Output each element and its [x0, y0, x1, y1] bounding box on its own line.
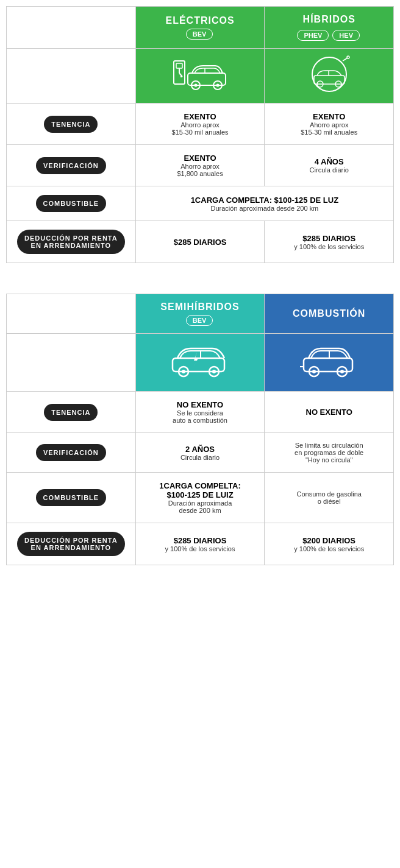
electricos-title: ELÉCTRICOS — [141, 15, 260, 26]
tenencia-hibrido-sub: Ahorro aprox$15-30 mil anuales — [271, 121, 387, 136]
tenencia-label-cell: TENENCIA — [7, 104, 136, 145]
table-row: COMBUSTIBLE 1CARGA COMPELTA:$100-125 DE … — [7, 473, 394, 523]
combustible-label-cell: COMBUSTIBLE — [7, 186, 136, 221]
combustible-sub: Duración aproximada desde 200 km — [142, 205, 387, 212]
t2-combustible-semi-cell: 1CARGA COMPELTA:$100-125 DE LUIZ Duració… — [135, 473, 265, 523]
t2-tenencia-semi-main: NO EXENTO — [142, 400, 259, 409]
table-row: DEDUCCIÓN POR RENTA EN ARRENDAMIENTO $28… — [7, 221, 394, 263]
t2-tenencia-label: TENENCIA — [44, 404, 98, 421]
header-electricos: ELÉCTRICOS BEV — [135, 7, 265, 49]
tenencia-electrico-sub: Ahorro aprox$15-30 mil anuales — [142, 121, 259, 136]
t2-combustible-comb-cell: Consumo de gasolinao diésel — [265, 473, 394, 523]
verificacion-hibrido-cell: 4 AÑOS Circula diario — [265, 145, 394, 186]
bev-badge: BEV — [186, 29, 213, 40]
deduccion-electrico-main: $285 DIARIOS — [142, 238, 259, 247]
t2-combustible-comb-sub: Consumo de gasolinao diésel — [271, 490, 387, 505]
svg-rect-12 — [314, 76, 345, 84]
combustible-data-cell: 1CARGA COMPELTA: $100-125 DE LUZ Duració… — [135, 186, 393, 221]
t2-tenencia-label-cell: TENENCIA — [7, 392, 136, 433]
deduccion-label-cell: DEDUCCIÓN POR RENTA EN ARRENDAMIENTO — [7, 221, 136, 263]
table-row: TENENCIA EXENTO Ahorro aprox$15-30 mil a… — [7, 104, 394, 145]
phev-badge: PHEV — [297, 30, 329, 41]
t2-deduccion-semi-cell: $285 DIARIOS y 100% de los servicios — [135, 523, 265, 565]
table-row: DEDUCCIÓN POR RENTA EN ARRENDAMIENTO $28… — [7, 523, 394, 565]
t2-tenencia-semi-cell: NO EXENTO Se le consideraauto a combusti… — [135, 392, 265, 433]
semihib-bev-badge: BEV — [186, 315, 213, 326]
svg-point-17 — [347, 56, 349, 58]
t2-verificacion-comb-cell: Se limita su circulaciónen programas de … — [265, 433, 394, 473]
t2-deduccion-label: DEDUCCIÓN POR RENTA EN ARRENDAMIENTO — [17, 532, 125, 556]
svg-point-7 — [195, 84, 198, 87]
tenencia-hibrido-main: EXENTO — [271, 112, 387, 121]
deduccion-label: DEDUCCIÓN POR RENTA EN ARRENDAMIENTO — [17, 230, 125, 254]
svg-rect-18 — [173, 358, 224, 372]
t2-combustible-label-cell: COMBUSTIBLE — [7, 473, 136, 523]
tenencia-hibrido-cell: EXENTO Ahorro aprox$15-30 mil anuales — [265, 104, 394, 145]
verificacion-electrico-cell: EXENTO Ahorro aprox$1,800 anuales — [135, 145, 265, 186]
svg-point-21 — [182, 370, 185, 373]
verificacion-hibrido-main: 4 AÑOS — [271, 157, 387, 166]
t2-verificacion-semi-cell: 2 AÑOS Circula diario — [135, 433, 265, 473]
t2-deduccion-comb-sub: y 100% de los servicios — [271, 545, 387, 552]
tenencia-electrico-cell: EXENTO Ahorro aprox$15-30 mil anuales — [135, 104, 265, 145]
t2-verificacion-semi-sub: Circula diario — [142, 454, 259, 461]
svg-point-23 — [212, 370, 216, 373]
t2-verificacion-comb-sub: Se limita su circulaciónen programas de … — [271, 442, 387, 464]
hibridos-car-icon — [265, 49, 394, 104]
deduccion-hibrido-cell: $285 DIARIOS y 100% de los servicios — [265, 221, 394, 263]
table-row: TENENCIA NO EXENTO Se le consideraauto a… — [7, 392, 394, 433]
table2: SEMIHÍBRIDOS BEV COMBUSTIÓN — [6, 294, 394, 565]
verificacion-hibrido-sub: Circula diario — [271, 166, 387, 174]
t2-verificacion-label: VERIFICACIÓN — [36, 444, 106, 461]
svg-line-16 — [343, 58, 348, 61]
combustible-label: COMBUSTIBLE — [36, 195, 107, 212]
t2-tenencia-semi-sub: Se le consideraauto a combustión — [142, 409, 259, 424]
svg-rect-24 — [304, 358, 352, 372]
combustion-title: COMBUSTIÓN — [270, 308, 388, 319]
semihibridos-car-icon — [135, 334, 265, 392]
table1: ELÉCTRICOS BEV HÍBRIDOS PHEV HEV — [6, 6, 394, 263]
hibridos-title: HÍBRIDOS — [270, 14, 388, 25]
t2-combustible-semi-sub: Duración aproximadadesde 200 km — [142, 499, 259, 514]
t2-deduccion-comb-cell: $200 DIARIOS y 100% de los servicios — [265, 523, 394, 565]
semihibridos-title: SEMIHÍBRIDOS — [141, 302, 260, 312]
combustible-main: 1CARGA COMPELTA: $100-125 DE LUZ — [142, 196, 387, 205]
combustion-car-icon — [265, 334, 394, 392]
svg-point-9 — [216, 84, 220, 87]
svg-rect-1 — [176, 63, 182, 68]
svg-point-29 — [340, 370, 344, 373]
deduccion-hibrido-main: $285 DIARIOS — [271, 234, 387, 243]
t2-tenencia-comb-main: NO EXENTO — [271, 408, 387, 417]
header-hibridos: HÍBRIDOS PHEV HEV — [265, 7, 394, 49]
t2-deduccion-semi-main: $285 DIARIOS — [142, 536, 259, 545]
table-row: VERIFICACIÓN 2 AÑOS Circula diario Se li… — [7, 433, 394, 473]
deduccion-electrico-cell: $285 DIARIOS — [135, 221, 265, 263]
verificacion-electrico-main: EXENTO — [142, 153, 259, 163]
t2-deduccion-semi-sub: y 100% de los servicios — [142, 545, 259, 552]
tenencia-label: TENENCIA — [44, 116, 98, 133]
t2-tenencia-comb-cell: NO EXENTO — [265, 392, 394, 433]
verificacion-label: VERIFICACIÓN — [36, 157, 106, 174]
deduccion-hibrido-sub: y 100% de los servicios — [271, 243, 387, 250]
table-row: VERIFICACIÓN EXENTO Ahorro aprox$1,800 a… — [7, 145, 394, 186]
electricos-car-icon — [135, 49, 265, 104]
header-semihibridos: SEMIHÍBRIDOS BEV — [135, 294, 265, 334]
svg-point-27 — [312, 370, 316, 373]
section-separator — [6, 281, 394, 294]
verificacion-label-cell: VERIFICACIÓN — [7, 145, 136, 186]
t2-combustible-semi-main: 1CARGA COMPELTA:$100-125 DE LUIZ — [142, 481, 259, 499]
table-row: COMBUSTIBLE 1CARGA COMPELTA: $100-125 DE… — [7, 186, 394, 221]
t2-deduccion-comb-main: $200 DIARIOS — [271, 536, 387, 545]
verificacion-electrico-sub: Ahorro aprox$1,800 anuales — [142, 163, 259, 177]
t2-verificacion-label-cell: VERIFICACIÓN — [7, 433, 136, 473]
hev-badge: HEV — [332, 30, 360, 41]
t2-deduccion-label-cell: DEDUCCIÓN POR RENTA EN ARRENDAMIENTO — [7, 523, 136, 565]
t2-combustible-label: COMBUSTIBLE — [36, 489, 107, 506]
tenencia-electrico-main: EXENTO — [142, 112, 259, 121]
header-combustion: COMBUSTIÓN — [265, 294, 394, 334]
svg-rect-5 — [188, 73, 226, 85]
t2-verificacion-semi-main: 2 AÑOS — [142, 445, 259, 454]
